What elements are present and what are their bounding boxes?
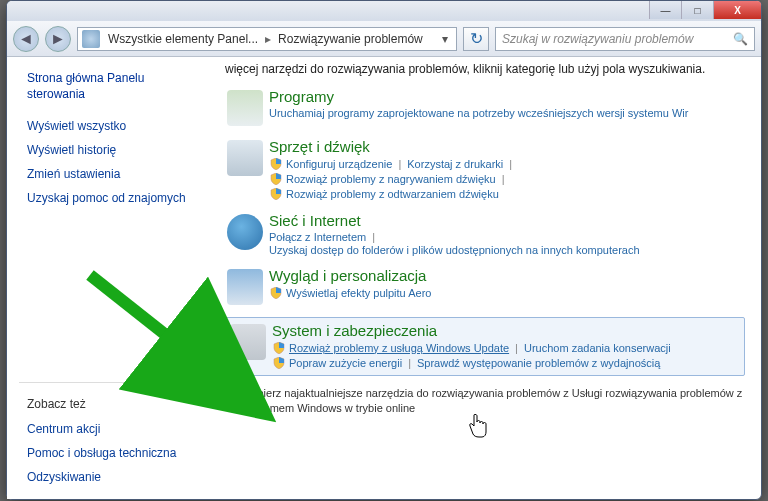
power-usage-link[interactable]: Popraw zużycie energii	[289, 357, 402, 369]
category-title[interactable]: Sprzęt i dźwięk	[269, 138, 745, 155]
sidebar-action-center-link[interactable]: Centrum akcji	[27, 422, 205, 436]
separator: |	[502, 173, 505, 185]
control-panel-icon	[82, 30, 100, 48]
control-panel-home-link[interactable]: Strona główna Panelu sterowania	[27, 71, 205, 102]
chevron-right-icon: ▸	[262, 32, 274, 46]
performance-problems-link[interactable]: Sprawdź występowanie problemów z wydajno…	[417, 357, 660, 369]
breadcrumb-item[interactable]: Wszystkie elementy Panel...	[104, 32, 262, 46]
shared-folders-link[interactable]: Uzyskaj dostęp do folderów i plików udos…	[269, 244, 640, 256]
category-title[interactable]: System i zabezpieczenia	[272, 322, 742, 339]
online-tools-checkbox[interactable]	[225, 388, 238, 401]
system-icon	[228, 322, 268, 362]
sidebar-history-link[interactable]: Wyświetl historię	[27, 143, 205, 157]
use-printer-link[interactable]: Korzystaj z drukarki	[407, 158, 503, 170]
see-also-heading: Zobacz też	[27, 397, 205, 411]
search-placeholder: Szukaj w rozwiązywaniu problemów	[502, 32, 693, 46]
separator: |	[408, 357, 411, 369]
programs-compatibility-link[interactable]: Uruchamiaj programy zaprojektowane na po…	[269, 107, 745, 119]
separator: |	[398, 158, 401, 170]
shield-icon	[269, 157, 283, 171]
maintenance-tasks-link[interactable]: Uruchom zadania konserwacji	[524, 342, 671, 354]
appearance-icon	[225, 267, 265, 307]
breadcrumb-item[interactable]: Rozwiązywanie problemów	[274, 32, 427, 46]
audio-recording-link[interactable]: Rozwiąż problemy z nagrywaniem dźwięku	[286, 173, 496, 185]
separator: |	[515, 342, 518, 354]
hardware-icon	[225, 138, 265, 178]
connect-internet-link[interactable]: Połącz z Internetem	[269, 231, 366, 243]
configure-device-link[interactable]: Konfiguruj urządzenie	[286, 158, 392, 170]
sidebar-show-all-link[interactable]: Wyświetl wszystko	[27, 119, 205, 133]
category-title[interactable]: Wygląd i personalizacja	[269, 267, 745, 284]
search-input[interactable]: Szukaj w rozwiązywaniu problemów 🔍	[495, 27, 755, 51]
aero-effects-link[interactable]: Wyświetlaj efekty pulpitu Aero	[286, 287, 431, 299]
control-panel-window: — □ X ◄ ► Wszystkie elementy Panel... ▸ …	[6, 0, 762, 500]
sidebar: Strona główna Panelu sterowania Wyświetl…	[7, 57, 217, 499]
toolbar: ◄ ► Wszystkie elementy Panel... ▸ Rozwią…	[7, 21, 761, 57]
maximize-button[interactable]: □	[681, 1, 713, 19]
category-appearance: Wygląd i personalizacja Wyświetlaj efekt…	[225, 267, 745, 307]
programs-icon	[225, 88, 265, 128]
category-system-security[interactable]: System i zabezpieczenia Rozwiąż problemy…	[225, 317, 745, 376]
online-tools-label: Pobierz najaktualniejsze narzędzia do ro…	[244, 386, 745, 417]
category-title[interactable]: Sieć i Internet	[269, 212, 745, 229]
sidebar-help-support-link[interactable]: Pomoc i obsługa techniczna	[27, 446, 205, 460]
search-icon[interactable]: 🔍	[733, 32, 748, 46]
network-icon	[225, 212, 265, 252]
separator: |	[372, 231, 375, 243]
shield-icon	[272, 341, 286, 355]
intro-text: więcej narzędzi do rozwiązywania problem…	[225, 61, 745, 78]
category-hardware: Sprzęt i dźwięk Konfiguruj urządzenie | …	[225, 138, 745, 202]
forward-button[interactable]: ►	[45, 26, 71, 52]
main-content: więcej narzędzi do rozwiązywania problem…	[217, 57, 761, 499]
refresh-button[interactable]: ↻	[463, 27, 489, 51]
shield-icon	[269, 187, 283, 201]
shield-icon	[272, 356, 286, 370]
sidebar-recovery-link[interactable]: Odzyskiwanie	[27, 470, 205, 484]
titlebar: — □ X	[7, 1, 761, 21]
separator: |	[509, 158, 512, 170]
sidebar-settings-link[interactable]: Zmień ustawienia	[27, 167, 205, 181]
shield-icon	[269, 286, 283, 300]
category-network: Sieć i Internet Połącz z Internetem | Uz…	[225, 212, 745, 257]
category-programs: Programy Uruchamiaj programy zaprojektow…	[225, 88, 745, 128]
window-body: Strona główna Panelu sterowania Wyświetl…	[7, 57, 761, 499]
back-button[interactable]: ◄	[13, 26, 39, 52]
windows-update-troubleshoot-link[interactable]: Rozwiąż problemy z usługą Windows Update	[289, 342, 509, 354]
shield-icon	[269, 172, 283, 186]
online-tools-option: Pobierz najaktualniejsze narzędzia do ro…	[225, 386, 745, 417]
chevron-down-icon[interactable]: ▾	[438, 32, 452, 46]
divider	[19, 382, 205, 383]
category-title[interactable]: Programy	[269, 88, 745, 105]
close-button[interactable]: X	[713, 1, 761, 19]
address-bar[interactable]: Wszystkie elementy Panel... ▸ Rozwiązywa…	[77, 27, 457, 51]
audio-playback-link[interactable]: Rozwiąż problemy z odtwarzaniem dźwięku	[286, 188, 499, 200]
sidebar-help-link[interactable]: Uzyskaj pomoc od znajomych	[27, 191, 205, 205]
minimize-button[interactable]: —	[649, 1, 681, 19]
